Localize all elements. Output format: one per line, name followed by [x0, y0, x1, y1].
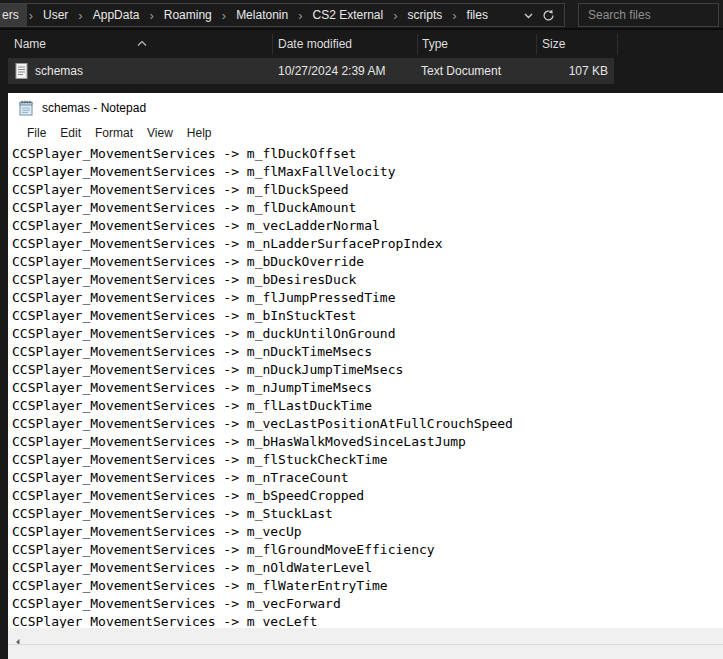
code-line: CCSPlayer_MovementServices -> m_nDuckJum…	[12, 361, 723, 379]
column-divider[interactable]	[272, 34, 273, 55]
code-line: CCSPlayer_MovementServices -> m_bDesires…	[12, 271, 723, 289]
sort-ascending-icon	[136, 33, 148, 51]
chevron-right-icon: ›	[27, 8, 35, 23]
address-bar[interactable]: ers › User › AppData › Roaming › Melaton…	[0, 3, 565, 27]
chevron-right-icon: ›	[296, 8, 304, 23]
menu-file[interactable]: File	[20, 122, 53, 143]
file-row-schemas[interactable]: schemas 10/27/2024 2:39 AM Text Document…	[0, 58, 723, 84]
code-line: CCSPlayer_MovementServices -> m_flJumpPr…	[12, 289, 723, 307]
search-box[interactable]	[578, 3, 719, 27]
file-type: Text Document	[421, 58, 501, 84]
code-line: CCSPlayer_MovementServices -> m_bDuckOve…	[12, 253, 723, 271]
screen: ers › User › AppData › Roaming › Melaton…	[0, 0, 723, 659]
notepad-text-area[interactable]: CCSPlayer_MovementServices -> m_flDuckOf…	[8, 143, 723, 628]
code-line: CCSPlayer_MovementServices -> m_nOldWate…	[12, 559, 723, 577]
chevron-right-icon: ›	[147, 8, 155, 23]
breadcrumb-segment-melatonin[interactable]: Melatonin	[228, 4, 296, 26]
notepad-icon	[18, 100, 34, 116]
code-line: CCSPlayer_MovementServices -> m_nLadderS…	[12, 235, 723, 253]
code-line: CCSPlayer_MovementServices -> m_nTraceCo…	[12, 469, 723, 487]
address-dropdown-chevron-icon[interactable]	[523, 10, 534, 21]
code-line: CCSPlayer_MovementServices -> m_bSpeedCr…	[12, 487, 723, 505]
menu-view[interactable]: View	[140, 122, 180, 143]
column-header-name[interactable]: Name	[14, 32, 46, 57]
file-name: schemas	[35, 58, 83, 84]
menu-help[interactable]: Help	[180, 122, 219, 143]
notepad-title-bar[interactable]: schemas - Notepad	[8, 93, 723, 122]
notepad-window-title: schemas - Notepad	[42, 101, 146, 115]
code-line: CCSPlayer_MovementServices -> m_vecLadde…	[12, 217, 723, 235]
column-header-type[interactable]: Type	[422, 32, 448, 57]
code-line: CCSPlayer_MovementServices -> m_vecForwa…	[12, 595, 723, 613]
column-headers: Name Date modified Type Size	[0, 32, 723, 57]
breadcrumb-segment-users[interactable]: ers	[0, 4, 27, 26]
code-line: CCSPlayer_MovementServices -> m_flDuckAm…	[12, 199, 723, 217]
breadcrumb-segment-scripts[interactable]: scripts	[400, 4, 451, 26]
code-line: CCSPlayer_MovementServices -> m_flStuckC…	[12, 451, 723, 469]
file-size: 107 KB	[500, 58, 608, 84]
column-divider[interactable]	[617, 34, 618, 55]
code-line: CCSPlayer_MovementServices -> m_nJumpTim…	[12, 379, 723, 397]
code-line: CCSPlayer_MovementServices -> m_flDuckOf…	[12, 145, 723, 163]
code-line: CCSPlayer_MovementServices -> m_nDuckTim…	[12, 343, 723, 361]
text-document-icon	[15, 63, 28, 83]
breadcrumb-segment-appdata[interactable]: AppData	[85, 4, 148, 26]
code-line: CCSPlayer_MovementServices -> m_flMaxFal…	[12, 163, 723, 181]
column-header-date-modified[interactable]: Date modified	[278, 32, 352, 57]
code-line: CCSPlayer_MovementServices -> m_flLastDu…	[12, 397, 723, 415]
code-line: CCSPlayer_MovementServices -> m_flWaterE…	[12, 577, 723, 595]
chevron-right-icon: ›	[391, 8, 399, 23]
file-date-modified: 10/27/2024 2:39 AM	[278, 58, 385, 84]
column-header-size[interactable]: Size	[542, 32, 565, 57]
breadcrumb-segment-cs2-external[interactable]: CS2 External	[305, 4, 392, 26]
code-line: CCSPlayer_MovementServices -> m_duckUnti…	[12, 325, 723, 343]
menu-format[interactable]: Format	[88, 122, 140, 143]
column-divider[interactable]	[417, 34, 418, 55]
code-line: CCSPlayer_MovementServices -> m_vecLeft	[12, 613, 723, 628]
chevron-right-icon: ›	[450, 8, 458, 23]
notepad-status-bar	[8, 644, 723, 659]
breadcrumb-segment-files[interactable]: files	[459, 4, 496, 26]
explorer-toolbar: ers › User › AppData › Roaming › Melaton…	[0, 0, 723, 30]
code-line: CCSPlayer_MovementServices -> m_StuckLas…	[12, 505, 723, 523]
menu-edit[interactable]: Edit	[53, 122, 88, 143]
column-divider[interactable]	[536, 34, 537, 55]
code-line: CCSPlayer_MovementServices -> m_flDuckSp…	[12, 181, 723, 199]
code-line: CCSPlayer_MovementServices -> m_bHasWalk…	[12, 433, 723, 451]
horizontal-scrollbar[interactable]	[8, 628, 723, 644]
code-line: CCSPlayer_MovementServices -> m_vecUp	[12, 523, 723, 541]
breadcrumb-segment-roaming[interactable]: Roaming	[156, 4, 220, 26]
notepad-menu-bar: File Edit Format View Help	[8, 122, 723, 143]
chevron-right-icon: ›	[220, 8, 228, 23]
notepad-window: schemas - Notepad File Edit Format View …	[8, 93, 723, 659]
chevron-right-icon: ›	[76, 8, 84, 23]
refresh-icon[interactable]	[542, 9, 555, 22]
breadcrumb-segment-user[interactable]: User	[35, 4, 76, 26]
code-line: CCSPlayer_MovementServices -> m_bInStuck…	[12, 307, 723, 325]
code-line: CCSPlayer_MovementServices -> m_vecLastP…	[12, 415, 723, 433]
search-input[interactable]	[579, 4, 718, 26]
code-line: CCSPlayer_MovementServices -> m_flGround…	[12, 541, 723, 559]
